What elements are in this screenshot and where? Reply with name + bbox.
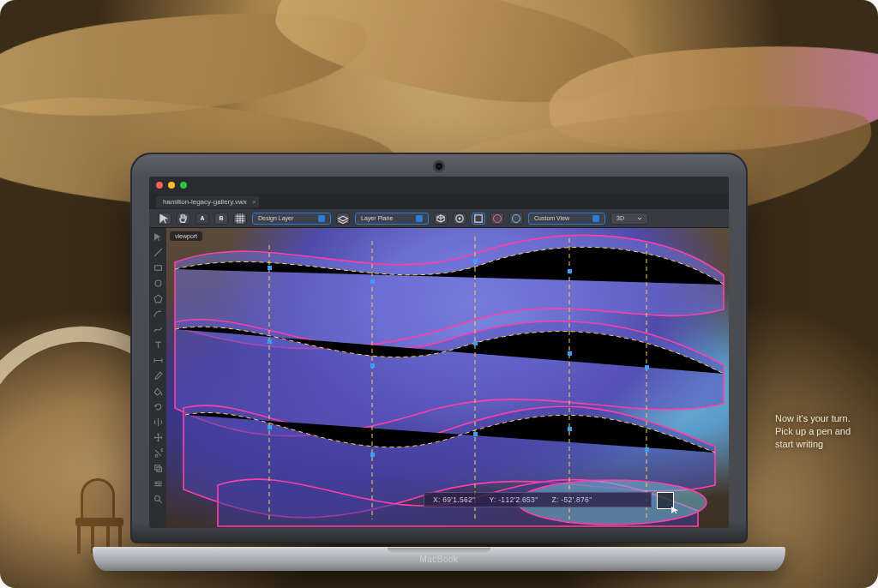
camera-icon: [436, 163, 442, 170]
dimension-tool-icon[interactable]: [153, 355, 163, 365]
render-mode-icon[interactable]: [453, 213, 466, 225]
device-brand-label: MacBook: [419, 555, 458, 564]
coord-x-label: X:: [433, 495, 441, 504]
chevron-down-icon: [592, 215, 599, 222]
svg-rect-21: [568, 351, 572, 356]
chevron-down-icon: [637, 216, 642, 221]
dropdown-label: Custom View: [534, 215, 569, 221]
text-tool-icon[interactable]: [153, 339, 163, 350]
eyedropper-tool-icon[interactable]: [153, 370, 163, 381]
svg-rect-26: [568, 427, 572, 431]
chevron-down-icon: [416, 215, 423, 222]
color-swatch-alt-icon[interactable]: [509, 213, 523, 225]
coord-y-value: -112'2.653": [498, 495, 538, 504]
file-tab[interactable]: hamilton-legacy-gallery.vwx ×: [156, 196, 259, 207]
arc-tool-icon[interactable]: [153, 309, 163, 319]
layer-options-icon[interactable]: [336, 213, 350, 225]
snap-toggle-grid[interactable]: [233, 213, 247, 225]
chevron-down-icon: [318, 215, 325, 222]
svg-rect-17: [568, 269, 572, 273]
ribbon-toolbar: A B Design Layer Layer Plane: [149, 209, 729, 228]
color-swatch-icon[interactable]: [490, 213, 504, 225]
mirror-tool-icon[interactable]: [153, 417, 163, 427]
svg-rect-14: [268, 266, 272, 270]
polygon-tool-icon[interactable]: [153, 293, 163, 303]
coord-z-value: -52'.876": [561, 495, 592, 504]
cursor-indicator-icon: [657, 492, 674, 509]
windsor-chair: [72, 478, 132, 555]
tool-palette: [149, 228, 166, 528]
svg-point-7: [154, 495, 159, 501]
wall-tool-icon[interactable]: [153, 478, 163, 489]
minimize-window-button[interactable]: [168, 182, 175, 189]
coordinate-readout: X: 69'1.562" Y: -112'2.653" Z: -52'.876": [424, 492, 652, 507]
svg-rect-2: [475, 214, 482, 221]
pan-tool-icon[interactable]: [177, 213, 190, 225]
projection-dropdown[interactable]: 3D: [610, 213, 648, 225]
svg-rect-20: [473, 341, 478, 345]
dropdown-label: Layer Plane: [361, 215, 393, 221]
svg-rect-3: [154, 265, 161, 270]
svg-rect-25: [473, 432, 478, 436]
freehand-tool-icon[interactable]: [153, 324, 163, 334]
wall-text: Now it's your turn. Pick up a pen and st…: [775, 412, 852, 451]
drawing-canvas[interactable]: viewport: [166, 228, 729, 528]
cursor-tool-icon[interactable]: [158, 213, 171, 225]
svg-rect-16: [473, 259, 478, 263]
move-tool-icon[interactable]: [153, 432, 163, 442]
document-tabs: hamilton-legacy-gallery.vwx ×: [149, 194, 729, 209]
svg-rect-18: [268, 339, 272, 344]
fill-tool-icon[interactable]: [153, 386, 163, 396]
rect-tool-icon[interactable]: [153, 262, 163, 273]
coord-z-label: Z:: [551, 495, 558, 504]
circle-tool-icon[interactable]: [153, 278, 163, 288]
offset-tool-icon[interactable]: [153, 463, 163, 473]
coord-x-value: 69'1.562": [442, 495, 475, 504]
svg-rect-27: [645, 447, 649, 452]
coord-y-label: Y:: [489, 495, 496, 504]
file-tab-label: hamilton-legacy-gallery.vwx: [163, 198, 247, 206]
rotate-tool-icon[interactable]: [153, 401, 163, 411]
line-tool-icon[interactable]: [153, 247, 163, 257]
window-titlebar: [149, 177, 729, 194]
close-window-button[interactable]: [156, 182, 163, 189]
laptop-mockup: hamilton-legacy-gallery.vwx × A B Design…: [130, 153, 748, 571]
dropdown-label: 3D: [616, 215, 624, 221]
svg-rect-23: [268, 425, 272, 429]
svg-rect-19: [370, 363, 375, 368]
svg-rect-22: [645, 365, 649, 369]
svg-rect-15: [370, 279, 375, 284]
dropdown-label: Design Layer: [258, 215, 293, 221]
app-screen: hamilton-legacy-gallery.vwx × A B Design…: [149, 177, 729, 528]
selection-tool-icon[interactable]: [153, 231, 163, 242]
render-mode-selected-icon[interactable]: [472, 213, 485, 225]
close-tab-icon[interactable]: ×: [252, 198, 256, 206]
snap-toggle-b[interactable]: B: [214, 213, 228, 225]
zoom-window-button[interactable]: [180, 182, 187, 189]
view-dropdown[interactable]: Custom View: [528, 213, 605, 225]
plane-dropdown[interactable]: Layer Plane: [355, 213, 429, 225]
view-cube-icon[interactable]: [434, 213, 448, 225]
zoom-tool-icon[interactable]: [153, 494, 163, 504]
selection-overlay: [166, 228, 729, 528]
svg-rect-24: [370, 453, 375, 457]
snap-toggle-a[interactable]: A: [195, 213, 209, 225]
laptop-bezel: hamilton-legacy-gallery.vwx × A B Design…: [130, 153, 748, 543]
design-layer-dropdown[interactable]: Design Layer: [252, 213, 331, 225]
svg-point-1: [459, 217, 461, 219]
trim-tool-icon[interactable]: [153, 447, 163, 458]
svg-point-4: [154, 279, 160, 285]
